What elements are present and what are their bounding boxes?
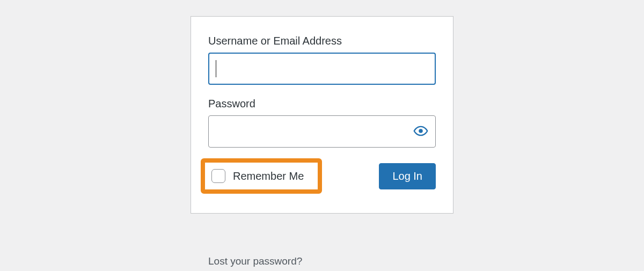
password-input[interactable] (208, 115, 436, 148)
login-form: Username or Email Address Password Remem… (191, 16, 453, 214)
toggle-password-visibility[interactable] (409, 120, 433, 143)
login-button[interactable]: Log In (379, 163, 436, 189)
password-label: Password (208, 98, 436, 110)
remember-me-checkbox[interactable] (211, 169, 225, 183)
username-field-group: Username or Email Address (208, 35, 436, 85)
lost-password-link[interactable]: Lost your password? (208, 255, 302, 267)
svg-point-0 (419, 129, 422, 133)
username-label: Username or Email Address (208, 35, 436, 47)
remember-me-label[interactable]: Remember Me (233, 170, 304, 182)
password-field-group: Password (208, 98, 436, 148)
form-bottom-row: Remember Me Log In (208, 158, 436, 194)
eye-icon (413, 123, 428, 140)
username-input[interactable] (208, 53, 436, 85)
remember-me-highlight: Remember Me (201, 158, 322, 194)
